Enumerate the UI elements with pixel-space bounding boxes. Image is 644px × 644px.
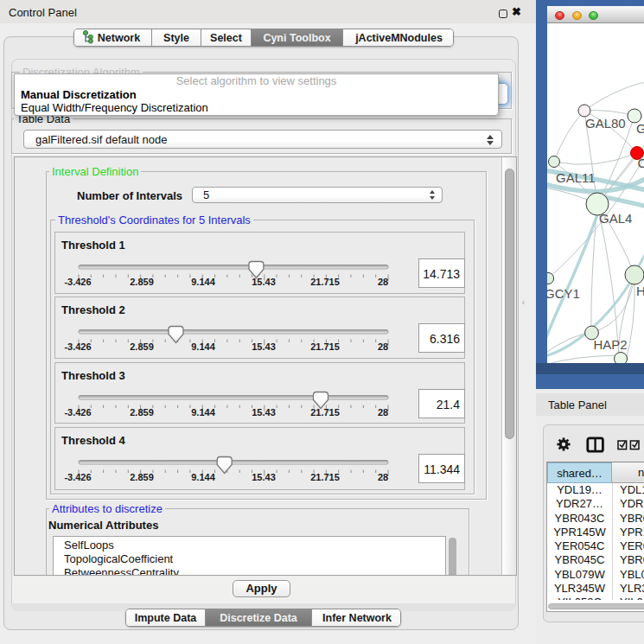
svg-text:21.715: 21.715	[310, 472, 340, 482]
svg-text:2.859: 2.859	[130, 341, 154, 352]
svg-text:-3.426: -3.426	[64, 407, 91, 418]
svg-text:28: 28	[378, 407, 388, 418]
svg-text:-3.426: -3.426	[64, 341, 91, 352]
svg-text:GCY1: GCY1	[547, 286, 580, 301]
svg-text:-3.426: -3.426	[64, 472, 91, 482]
svg-text:H: H	[636, 284, 644, 298]
svg-text:9.144: 9.144	[191, 277, 215, 287]
svg-text:2.859: 2.859	[130, 277, 154, 287]
svg-text:28: 28	[378, 341, 388, 352]
svg-text:21.715: 21.715	[310, 341, 340, 352]
svg-text:15.43: 15.43	[252, 277, 276, 287]
svg-text:15.43: 15.43	[252, 407, 276, 418]
svg-text:15.43: 15.43	[252, 341, 276, 352]
svg-text:21.715: 21.715	[310, 277, 340, 287]
svg-text:28: 28	[378, 472, 388, 482]
svg-text:-3.426: -3.426	[64, 277, 91, 287]
svg-text:GAL11: GAL11	[556, 170, 596, 185]
svg-text:9.144: 9.144	[191, 472, 215, 482]
svg-text:15.43: 15.43	[252, 472, 276, 482]
svg-text:21.715: 21.715	[310, 407, 340, 418]
svg-text:GAL4: GAL4	[599, 211, 632, 226]
svg-text:HAP2: HAP2	[593, 337, 627, 352]
svg-text:9.144: 9.144	[191, 407, 215, 418]
svg-text:C: C	[638, 156, 644, 170]
svg-text:2.859: 2.859	[130, 472, 154, 482]
svg-text:GAL80: GAL80	[585, 116, 626, 131]
svg-text:28: 28	[378, 277, 388, 287]
svg-text:9.144: 9.144	[191, 341, 215, 352]
svg-text:G.: G.	[636, 121, 644, 136]
svg-text:2.859: 2.859	[130, 407, 154, 418]
